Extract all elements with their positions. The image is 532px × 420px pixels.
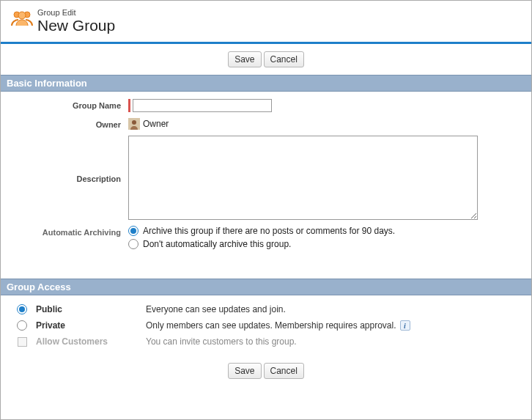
access-private-desc: Only members can see updates. Membership… (146, 320, 396, 331)
save-button-bottom[interactable]: Save (228, 363, 261, 379)
save-button[interactable]: Save (228, 51, 261, 67)
svg-point-2 (18, 12, 26, 19)
info-icon[interactable]: i (400, 320, 410, 331)
label-description: Description (11, 172, 128, 183)
section-basic-header: Basic Information (1, 75, 531, 92)
archive-never-radio[interactable] (128, 239, 138, 249)
group-name-input[interactable] (133, 99, 272, 112)
archive-90-label: Archive this group if there are no posts… (143, 226, 395, 236)
access-public-label: Public (36, 304, 138, 314)
breadcrumb: Group Edit (37, 8, 115, 17)
group-icon (10, 8, 34, 29)
cancel-button-bottom[interactable]: Cancel (264, 363, 304, 379)
access-allow-label: Allow Customers (36, 336, 138, 347)
label-group-name: Group Name (11, 99, 128, 110)
description-input[interactable] (128, 136, 478, 220)
owner-name: Owner (143, 119, 169, 129)
access-public-desc: Everyone can see updates and join. (146, 304, 286, 314)
cancel-button[interactable]: Cancel (264, 51, 304, 67)
avatar (128, 118, 140, 130)
archive-90-radio[interactable] (128, 226, 138, 236)
access-allow-desc: You can invite customers to this group. (146, 336, 297, 347)
svg-point-4 (132, 120, 136, 125)
access-private-radio[interactable] (17, 320, 27, 331)
page-title: New Group (37, 17, 115, 34)
required-indicator (128, 99, 130, 112)
access-private-label: Private (36, 320, 138, 331)
label-owner: Owner (11, 118, 128, 129)
label-auto-archiving: Automatic Archiving (11, 226, 128, 237)
access-public-radio[interactable] (17, 304, 27, 314)
section-access-header: Group Access (1, 279, 531, 295)
archive-never-label: Don't automatically archive this group. (143, 239, 291, 249)
allow-customers-checkbox (18, 337, 27, 347)
